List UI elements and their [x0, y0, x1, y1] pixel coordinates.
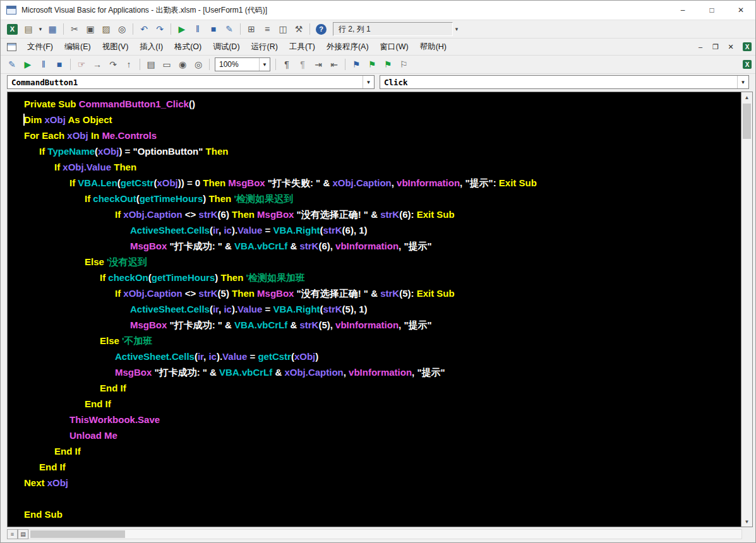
design-mode-icon[interactable]: ✎ — [222, 22, 237, 36]
project-explorer-icon[interactable]: ⊞ — [244, 22, 259, 36]
object-dropdown-icon[interactable]: ▼ — [363, 76, 374, 88]
code-line[interactable]: End If — [24, 380, 741, 396]
copy-icon[interactable]: ▣ — [83, 22, 98, 36]
code-line[interactable]: ActiveSheet.Cells(ir, ic).Value = getCst… — [24, 349, 741, 364]
horizontal-scrollbar-thumb[interactable] — [30, 530, 125, 538]
vertical-scrollbar-thumb[interactable] — [743, 104, 751, 139]
insert-dropdown-icon[interactable]: ▾ — [37, 22, 44, 36]
menu-edit[interactable]: 编辑(E) — [59, 40, 97, 54]
code-line[interactable]: Else '不加班 — [24, 333, 741, 349]
menu-format[interactable]: 格式(O) — [169, 40, 207, 54]
event-selector[interactable]: Click ▼ — [380, 75, 749, 89]
toggle-bookmark-icon[interactable]: ⚑ — [349, 57, 364, 71]
code-line[interactable]: If checkOn(getTimeHours) Then '检测如果加班 — [24, 270, 741, 285]
quick-watch-icon[interactable]: ◎ — [191, 57, 206, 71]
close-button[interactable]: ✕ — [726, 1, 755, 20]
previous-bookmark-icon[interactable]: ⚑ — [380, 57, 395, 71]
excel-mini-icon[interactable]: X — [743, 42, 752, 51]
code-line[interactable]: Unload Me — [24, 427, 741, 443]
child-window-icon[interactable] — [7, 43, 16, 51]
code-line[interactable]: If TypeName(xObj) = "OptionButton" Then — [24, 143, 741, 159]
menu-tools[interactable]: 工具(T) — [284, 40, 321, 54]
code-line[interactable]: End Sub — [24, 506, 741, 522]
code-line[interactable]: MsgBox "打卡成功: " & VBA.vbCrLf & strK(5), … — [24, 317, 741, 333]
code-line[interactable]: Private Sub CommandButton1_Click() — [24, 96, 741, 112]
vertical-scrollbar-track[interactable] — [741, 139, 752, 516]
help-icon[interactable]: ? — [316, 24, 327, 35]
break-icon[interactable]: ‖ — [36, 57, 51, 71]
code-line[interactable] — [24, 491, 741, 506]
full-module-view-button[interactable]: ▤ — [18, 529, 28, 539]
code-line[interactable]: ThisWorkbook.Save — [24, 412, 741, 427]
comment-block-icon[interactable]: ¶ — [279, 57, 294, 71]
horizontal-scrollbar[interactable] — [28, 529, 742, 539]
run-icon[interactable]: ▶ — [20, 57, 35, 71]
step-out-icon[interactable]: ↑ — [121, 57, 136, 71]
menu-help[interactable]: 帮助(H) — [414, 40, 452, 54]
menu-addins[interactable]: 外接程序(A) — [321, 40, 375, 54]
locals-window-icon[interactable]: ▤ — [143, 57, 159, 71]
code-line[interactable]: ActiveSheet.Cells(ir, ic).Value = VBA.Ri… — [24, 222, 741, 238]
code-line[interactable]: If xObj.Caption <> strK(5) Then MsgBox "… — [24, 285, 741, 301]
code-line[interactable]: Dim xObj As Object — [24, 112, 741, 128]
run-icon[interactable]: ▶ — [174, 22, 189, 36]
code-line[interactable]: Next xObj — [24, 475, 741, 491]
code-line[interactable]: Else '没有迟到 — [24, 254, 741, 270]
code-line[interactable]: End If — [24, 459, 741, 475]
step-into-icon[interactable]: → — [90, 57, 105, 71]
menu-debug[interactable]: 调试(D) — [207, 40, 245, 54]
menu-run[interactable]: 运行(R) — [246, 40, 284, 54]
scroll-up-icon[interactable]: ▲ — [741, 92, 752, 102]
code-line[interactable]: MsgBox "打卡成功: " & VBA.vbCrLf & strK(6), … — [24, 238, 741, 254]
find-icon[interactable]: ◎ — [114, 22, 129, 36]
menu-view[interactable]: 视图(V) — [97, 40, 135, 54]
indent-icon[interactable]: ⇥ — [311, 57, 326, 71]
redo-icon[interactable]: ↷ — [152, 22, 167, 36]
menu-file[interactable]: 文件(F) — [21, 40, 59, 54]
code-line[interactable]: End If — [24, 443, 741, 459]
excel-mini-icon[interactable]: X — [743, 60, 752, 69]
code-line[interactable]: MsgBox "打卡成功: " & VBA.vbCrLf & xObj.Capt… — [24, 364, 741, 380]
child-close-button[interactable]: ✕ — [724, 40, 738, 53]
code-line[interactable]: ActiveSheet.Cells(ir, ic).Value = VBA.Ri… — [24, 301, 741, 317]
code-line[interactable]: For Each xObj In Me.Controls — [24, 128, 741, 143]
break-icon[interactable]: ‖ — [190, 22, 205, 36]
toolbox-icon[interactable]: ⚒ — [291, 22, 306, 36]
immediate-window-icon[interactable]: ▭ — [159, 57, 174, 71]
watch-window-icon[interactable]: ◉ — [175, 57, 190, 71]
step-over-icon[interactable]: ↷ — [105, 57, 121, 71]
clear-bookmarks-icon[interactable]: ⚐ — [396, 57, 411, 71]
cut-icon[interactable]: ✂ — [67, 22, 82, 36]
code-editor[interactable]: Private Sub CommandButton1_Click()Dim xO… — [8, 92, 741, 527]
toolbar-overflow-icon[interactable]: ▾ — [453, 22, 460, 36]
view-excel-icon[interactable]: X — [7, 24, 18, 35]
save-icon[interactable]: ▦ — [45, 22, 60, 36]
object-browser-icon[interactable]: ◫ — [275, 22, 291, 36]
menu-window[interactable]: 窗口(W) — [375, 40, 414, 54]
child-restore-button[interactable]: ❐ — [709, 40, 723, 53]
insert-userform-icon[interactable]: ▤ — [21, 22, 36, 36]
uncomment-block-icon[interactable]: ¶ — [295, 57, 310, 71]
title-bar[interactable]: Microsoft Visual Basic for Applications … — [1, 1, 755, 20]
menu-insert[interactable]: 插入(I) — [134, 40, 169, 54]
code-line[interactable]: If xObj.Value Then — [24, 159, 741, 175]
procedure-view-button[interactable]: ≡ — [7, 529, 18, 539]
scroll-down-icon[interactable]: ▼ — [741, 516, 752, 527]
object-selector[interactable]: CommandButton1 ▼ — [7, 75, 375, 89]
reset-icon[interactable]: ■ — [206, 22, 221, 36]
code-line[interactable]: End If — [24, 396, 741, 412]
minimize-button[interactable]: – — [668, 1, 697, 20]
code-line[interactable]: If xObj.Caption <> strK(6) Then MsgBox "… — [24, 206, 741, 222]
zoom-level-combo[interactable]: 100% ▼ — [215, 57, 270, 71]
code-line[interactable]: If checkOut(getTimeHours) Then '检测如果迟到 — [24, 191, 741, 206]
zoom-dropdown-icon[interactable]: ▼ — [259, 58, 270, 71]
outdent-icon[interactable]: ⇤ — [327, 57, 342, 71]
vertical-scrollbar[interactable]: ▲ ▼ — [741, 92, 752, 527]
event-dropdown-icon[interactable]: ▼ — [737, 76, 748, 88]
paste-icon[interactable]: ▨ — [99, 22, 114, 36]
properties-window-icon[interactable]: ≡ — [260, 22, 275, 36]
child-minimize-button[interactable]: – — [693, 40, 707, 53]
code-line[interactable]: If VBA.Len(getCstr(xObj)) = 0 Then MsgBo… — [24, 175, 741, 191]
next-bookmark-icon[interactable]: ⚑ — [364, 57, 380, 71]
design-mode-icon[interactable]: ✎ — [4, 57, 20, 71]
